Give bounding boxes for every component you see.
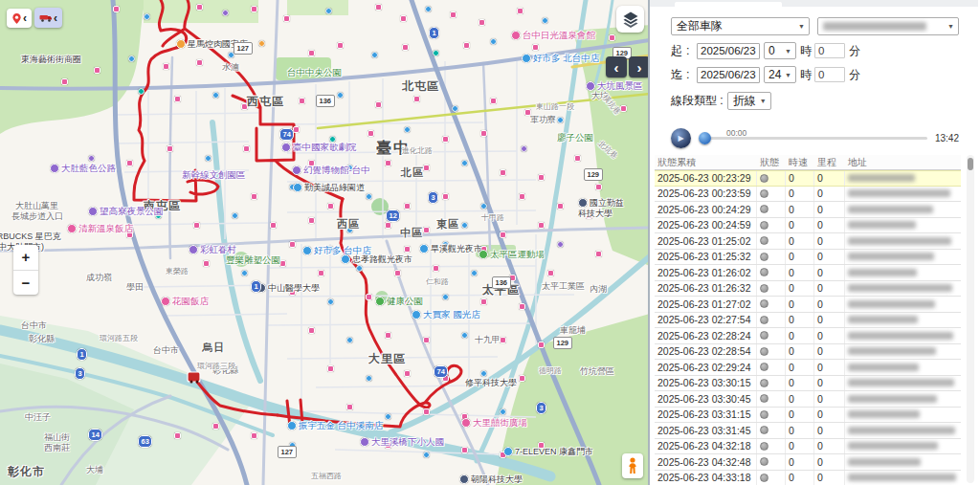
poi-marker[interactable] [203,260,210,267]
poi-marker[interactable] [500,337,506,343]
poi-marker[interactable] [196,59,203,66]
poi-marker[interactable] [479,19,485,26]
poi-marker[interactable] [423,337,430,343]
poi-marker[interactable] [557,203,564,209]
table-row[interactable]: 2025-06-23 04:32:4800 [655,454,961,471]
table-row[interactable]: 2025-06-23 03:30:4500 [655,391,961,408]
to-date-input[interactable] [697,67,760,83]
poi-marker[interactable] [385,332,391,339]
table-row[interactable]: 2025-06-23 02:28:5400 [655,344,961,361]
table-row[interactable]: 2025-06-23 02:27:5400 [655,313,961,329]
poi-marker[interactable] [463,42,470,49]
poi-marker[interactable] [500,408,506,415]
poi-marker[interactable] [547,270,554,276]
poi-marker[interactable] [538,342,545,348]
table-row[interactable]: 2025-06-23 00:23:5900 [655,187,961,203]
poi-marker[interactable] [308,327,315,334]
table-row[interactable]: 2025-06-23 04:32:1800 [655,439,961,455]
poi-marker[interactable] [425,6,432,12]
to-hour-select[interactable]: 24 ▼ [764,66,796,83]
marker-panel-toggle[interactable]: ‹ [7,9,32,28]
table-row[interactable]: 2025-06-23 00:24:5900 [655,218,961,234]
poi-marker[interactable] [368,130,374,137]
map-panel[interactable]: 臺中西屯區北屯區北區西區中區東區南屯區太平區大里區烏日彰化市台中市彰化縣台中市彰… [0,0,650,485]
vehicle-select[interactable]: ▼ [817,17,959,35]
poi-marker[interactable] [356,265,363,272]
poi-marker[interactable] [371,52,378,58]
table-row[interactable]: 2025-06-23 00:23:2900 [655,170,961,187]
poi-marker[interactable] [279,260,286,267]
poi-marker[interactable] [538,222,545,229]
scrollbar-thumb[interactable] [968,158,973,170]
poi-marker[interactable] [402,44,409,51]
poi-marker[interactable] [542,17,548,24]
from-minute-input[interactable] [814,43,845,58]
poi-marker[interactable] [205,155,212,162]
poi-marker[interactable] [394,270,401,276]
poi-marker[interactable] [471,270,478,276]
poi-marker[interactable] [461,222,468,229]
poi-marker[interactable] [327,298,334,305]
poi-marker[interactable] [243,145,250,152]
poi-marker[interactable] [346,337,353,343]
poi-marker[interactable] [442,193,449,200]
poi-marker[interactable] [433,50,439,56]
poi-marker[interactable] [308,217,315,224]
next-button[interactable]: › [629,56,650,77]
poi-marker[interactable] [400,15,407,22]
poi-marker[interactable] [375,4,382,11]
table-row[interactable]: 2025-06-23 02:29:2400 [655,360,961,376]
table-row[interactable]: 2025-06-23 03:31:4500 [655,423,961,439]
poi-marker[interactable] [480,130,487,137]
poi-marker[interactable] [609,34,615,41]
vehicle-panel-toggle[interactable]: ‹ [34,8,62,28]
poi-marker[interactable] [538,174,545,181]
from-hour-select[interactable]: 0 ▼ [764,42,796,59]
poi-marker[interactable] [413,96,420,102]
poi-marker[interactable] [433,265,439,272]
poi-marker[interactable] [480,298,487,305]
poi-marker[interactable] [423,165,430,171]
poi-marker[interactable] [327,203,334,209]
poi-marker[interactable] [385,160,391,166]
poi-marker[interactable] [517,8,523,14]
poi-marker[interactable] [404,246,411,253]
poi-marker[interactable] [163,63,169,70]
poi-marker[interactable] [293,126,300,133]
poi-marker[interactable] [270,222,277,229]
poi-marker[interactable] [113,6,120,12]
table-row[interactable]: 2025-06-23 01:26:0200 [655,265,961,281]
poi-marker[interactable] [251,6,257,12]
layers-button[interactable] [616,6,644,33]
play-button[interactable]: ▶ [671,128,691,148]
poi-marker[interactable] [251,193,257,200]
poi-marker[interactable] [500,231,506,238]
fleet-select[interactable]: 全部車隊 ▼ [671,17,810,35]
poi-marker[interactable] [366,294,372,300]
poi-marker[interactable] [375,101,382,108]
poi-marker[interactable] [212,92,219,99]
from-date-input[interactable] [697,43,760,59]
poi-marker[interactable] [423,452,430,458]
poi-marker[interactable] [574,155,581,162]
poi-marker[interactable] [174,96,181,102]
poi-marker[interactable] [557,241,564,248]
poi-marker[interactable] [442,294,449,300]
poi-marker[interactable] [404,370,411,377]
poi-marker[interactable] [212,423,219,430]
table-row[interactable]: 2025-06-23 02:28:2400 [655,328,961,344]
poi-marker[interactable] [452,105,458,112]
poi-marker[interactable] [196,4,203,11]
table-row[interactable]: 2025-06-23 01:25:0200 [655,233,961,250]
poi-marker[interactable] [461,160,468,166]
table-row[interactable]: 2025-06-23 04:33:1800 [655,471,961,485]
pegman-button[interactable] [622,453,643,478]
poi-marker[interactable] [423,227,430,233]
table-row[interactable]: 2025-06-23 01:27:0200 [655,297,961,313]
table-row[interactable]: 2025-06-23 00:24:2900 [655,202,961,218]
poi-marker[interactable] [404,126,411,133]
table-row[interactable]: 2025-06-23 03:31:1500 [655,408,961,424]
poi-marker[interactable] [88,155,95,162]
poi-marker[interactable] [521,145,527,152]
poi-marker[interactable] [450,11,457,18]
